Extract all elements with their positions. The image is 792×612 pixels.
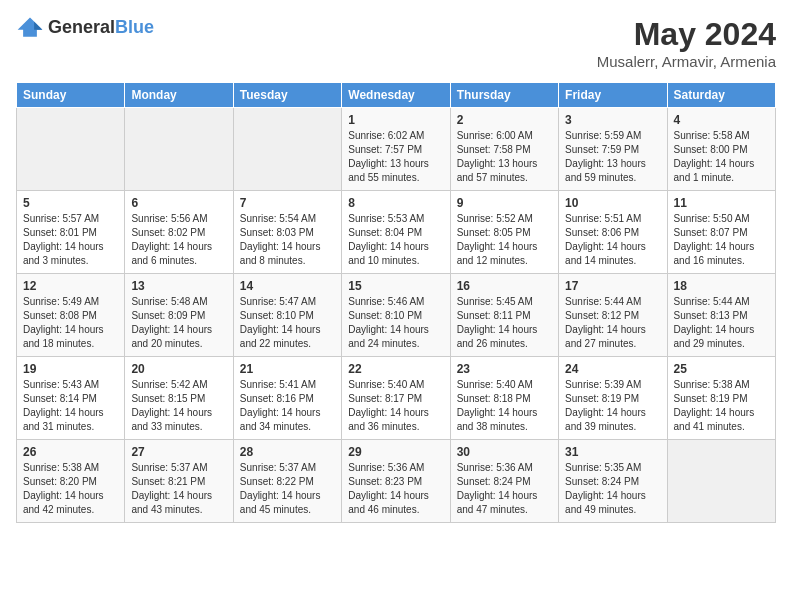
daylight-label: Daylight: 14 hours and 33 minutes. bbox=[131, 407, 212, 432]
calendar-cell: 10 Sunrise: 5:51 AM Sunset: 8:06 PM Dayl… bbox=[559, 191, 667, 274]
daylight-label: Daylight: 14 hours and 18 minutes. bbox=[23, 324, 104, 349]
cell-content: Sunrise: 5:40 AM Sunset: 8:18 PM Dayligh… bbox=[457, 378, 552, 434]
sunset-label: Sunset: 8:13 PM bbox=[674, 310, 748, 321]
daylight-label: Daylight: 14 hours and 16 minutes. bbox=[674, 241, 755, 266]
day-number: 3 bbox=[565, 113, 660, 127]
sunset-label: Sunset: 8:03 PM bbox=[240, 227, 314, 238]
calendar-week-row: 12 Sunrise: 5:49 AM Sunset: 8:08 PM Dayl… bbox=[17, 274, 776, 357]
calendar-cell: 29 Sunrise: 5:36 AM Sunset: 8:23 PM Dayl… bbox=[342, 440, 450, 523]
sunset-label: Sunset: 8:01 PM bbox=[23, 227, 97, 238]
day-number: 15 bbox=[348, 279, 443, 293]
day-number: 13 bbox=[131, 279, 226, 293]
daylight-label: Daylight: 14 hours and 39 minutes. bbox=[565, 407, 646, 432]
daylight-label: Daylight: 14 hours and 3 minutes. bbox=[23, 241, 104, 266]
calendar-cell: 1 Sunrise: 6:02 AM Sunset: 7:57 PM Dayli… bbox=[342, 108, 450, 191]
calendar-cell: 17 Sunrise: 5:44 AM Sunset: 8:12 PM Dayl… bbox=[559, 274, 667, 357]
cell-content: Sunrise: 5:35 AM Sunset: 8:24 PM Dayligh… bbox=[565, 461, 660, 517]
sunset-label: Sunset: 8:24 PM bbox=[457, 476, 531, 487]
sunrise-label: Sunrise: 5:48 AM bbox=[131, 296, 207, 307]
cell-content: Sunrise: 5:37 AM Sunset: 8:22 PM Dayligh… bbox=[240, 461, 335, 517]
day-number: 18 bbox=[674, 279, 769, 293]
calendar-cell: 18 Sunrise: 5:44 AM Sunset: 8:13 PM Dayl… bbox=[667, 274, 775, 357]
sunrise-label: Sunrise: 5:45 AM bbox=[457, 296, 533, 307]
calendar-cell bbox=[233, 108, 341, 191]
calendar-cell: 22 Sunrise: 5:40 AM Sunset: 8:17 PM Dayl… bbox=[342, 357, 450, 440]
daylight-label: Daylight: 14 hours and 31 minutes. bbox=[23, 407, 104, 432]
calendar-cell bbox=[17, 108, 125, 191]
calendar-cell: 16 Sunrise: 5:45 AM Sunset: 8:11 PM Dayl… bbox=[450, 274, 558, 357]
cell-content: Sunrise: 5:51 AM Sunset: 8:06 PM Dayligh… bbox=[565, 212, 660, 268]
sunset-label: Sunset: 8:20 PM bbox=[23, 476, 97, 487]
sunrise-label: Sunrise: 5:37 AM bbox=[240, 462, 316, 473]
calendar-header-row: SundayMondayTuesdayWednesdayThursdayFrid… bbox=[17, 83, 776, 108]
daylight-label: Daylight: 14 hours and 8 minutes. bbox=[240, 241, 321, 266]
daylight-label: Daylight: 13 hours and 59 minutes. bbox=[565, 158, 646, 183]
calendar-cell bbox=[125, 108, 233, 191]
cell-content: Sunrise: 5:59 AM Sunset: 7:59 PM Dayligh… bbox=[565, 129, 660, 185]
cell-content: Sunrise: 5:47 AM Sunset: 8:10 PM Dayligh… bbox=[240, 295, 335, 351]
cell-content: Sunrise: 5:36 AM Sunset: 8:24 PM Dayligh… bbox=[457, 461, 552, 517]
cell-content: Sunrise: 5:42 AM Sunset: 8:15 PM Dayligh… bbox=[131, 378, 226, 434]
cell-content: Sunrise: 5:36 AM Sunset: 8:23 PM Dayligh… bbox=[348, 461, 443, 517]
daylight-label: Daylight: 13 hours and 55 minutes. bbox=[348, 158, 429, 183]
sunset-label: Sunset: 8:19 PM bbox=[674, 393, 748, 404]
logo: GeneralBlue bbox=[16, 16, 154, 38]
col-header-tuesday: Tuesday bbox=[233, 83, 341, 108]
calendar-cell: 24 Sunrise: 5:39 AM Sunset: 8:19 PM Dayl… bbox=[559, 357, 667, 440]
sunset-label: Sunset: 8:24 PM bbox=[565, 476, 639, 487]
sunrise-label: Sunrise: 5:57 AM bbox=[23, 213, 99, 224]
daylight-label: Daylight: 14 hours and 36 minutes. bbox=[348, 407, 429, 432]
calendar-cell: 20 Sunrise: 5:42 AM Sunset: 8:15 PM Dayl… bbox=[125, 357, 233, 440]
daylight-label: Daylight: 14 hours and 46 minutes. bbox=[348, 490, 429, 515]
calendar-cell: 4 Sunrise: 5:58 AM Sunset: 8:00 PM Dayli… bbox=[667, 108, 775, 191]
sunrise-label: Sunrise: 5:36 AM bbox=[457, 462, 533, 473]
day-number: 4 bbox=[674, 113, 769, 127]
sunset-label: Sunset: 8:23 PM bbox=[348, 476, 422, 487]
sunrise-label: Sunrise: 5:38 AM bbox=[674, 379, 750, 390]
sunrise-label: Sunrise: 5:49 AM bbox=[23, 296, 99, 307]
cell-content: Sunrise: 5:48 AM Sunset: 8:09 PM Dayligh… bbox=[131, 295, 226, 351]
col-header-monday: Monday bbox=[125, 83, 233, 108]
daylight-label: Daylight: 14 hours and 43 minutes. bbox=[131, 490, 212, 515]
sunrise-label: Sunrise: 6:00 AM bbox=[457, 130, 533, 141]
sunrise-label: Sunrise: 5:35 AM bbox=[565, 462, 641, 473]
sunrise-label: Sunrise: 5:43 AM bbox=[23, 379, 99, 390]
calendar-cell: 5 Sunrise: 5:57 AM Sunset: 8:01 PM Dayli… bbox=[17, 191, 125, 274]
page-header: GeneralBlue May 2024 Musalerr, Armavir, … bbox=[16, 16, 776, 70]
col-header-wednesday: Wednesday bbox=[342, 83, 450, 108]
daylight-label: Daylight: 14 hours and 47 minutes. bbox=[457, 490, 538, 515]
sunrise-label: Sunrise: 5:58 AM bbox=[674, 130, 750, 141]
calendar-cell: 8 Sunrise: 5:53 AM Sunset: 8:04 PM Dayli… bbox=[342, 191, 450, 274]
cell-content: Sunrise: 5:45 AM Sunset: 8:11 PM Dayligh… bbox=[457, 295, 552, 351]
sunset-label: Sunset: 8:08 PM bbox=[23, 310, 97, 321]
day-number: 31 bbox=[565, 445, 660, 459]
sunset-label: Sunset: 8:22 PM bbox=[240, 476, 314, 487]
sunrise-label: Sunrise: 5:36 AM bbox=[348, 462, 424, 473]
cell-content: Sunrise: 5:39 AM Sunset: 8:19 PM Dayligh… bbox=[565, 378, 660, 434]
cell-content: Sunrise: 5:38 AM Sunset: 8:19 PM Dayligh… bbox=[674, 378, 769, 434]
daylight-label: Daylight: 14 hours and 41 minutes. bbox=[674, 407, 755, 432]
cell-content: Sunrise: 5:40 AM Sunset: 8:17 PM Dayligh… bbox=[348, 378, 443, 434]
daylight-label: Daylight: 14 hours and 27 minutes. bbox=[565, 324, 646, 349]
cell-content: Sunrise: 5:44 AM Sunset: 8:12 PM Dayligh… bbox=[565, 295, 660, 351]
cell-content: Sunrise: 5:41 AM Sunset: 8:16 PM Dayligh… bbox=[240, 378, 335, 434]
cell-content: Sunrise: 5:37 AM Sunset: 8:21 PM Dayligh… bbox=[131, 461, 226, 517]
sunrise-label: Sunrise: 5:37 AM bbox=[131, 462, 207, 473]
sunrise-label: Sunrise: 5:47 AM bbox=[240, 296, 316, 307]
calendar-week-row: 19 Sunrise: 5:43 AM Sunset: 8:14 PM Dayl… bbox=[17, 357, 776, 440]
daylight-label: Daylight: 14 hours and 1 minute. bbox=[674, 158, 755, 183]
calendar-title: May 2024 bbox=[597, 16, 776, 53]
calendar-cell: 28 Sunrise: 5:37 AM Sunset: 8:22 PM Dayl… bbox=[233, 440, 341, 523]
cell-content: Sunrise: 5:38 AM Sunset: 8:20 PM Dayligh… bbox=[23, 461, 118, 517]
title-block: May 2024 Musalerr, Armavir, Armenia bbox=[597, 16, 776, 70]
day-number: 22 bbox=[348, 362, 443, 376]
day-number: 17 bbox=[565, 279, 660, 293]
daylight-label: Daylight: 14 hours and 14 minutes. bbox=[565, 241, 646, 266]
sunset-label: Sunset: 8:19 PM bbox=[565, 393, 639, 404]
day-number: 20 bbox=[131, 362, 226, 376]
daylight-label: Daylight: 14 hours and 22 minutes. bbox=[240, 324, 321, 349]
sunset-label: Sunset: 8:17 PM bbox=[348, 393, 422, 404]
cell-content: Sunrise: 5:43 AM Sunset: 8:14 PM Dayligh… bbox=[23, 378, 118, 434]
col-header-sunday: Sunday bbox=[17, 83, 125, 108]
sunrise-label: Sunrise: 5:50 AM bbox=[674, 213, 750, 224]
